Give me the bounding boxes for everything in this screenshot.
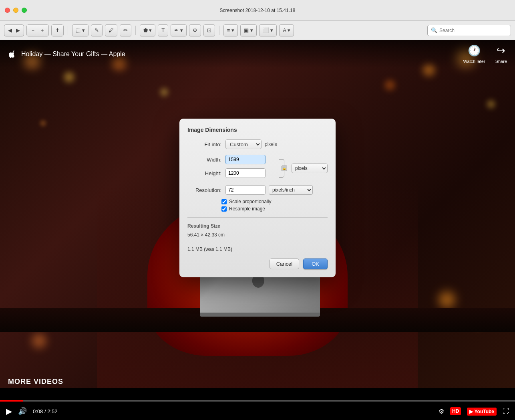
scale-proportionally-label: Scale proportionally xyxy=(229,199,271,204)
forward-button[interactable]: ▶ xyxy=(14,26,22,34)
resample-image-label: Resample image xyxy=(229,206,265,212)
fit-into-unit: pixels xyxy=(265,141,277,147)
link-bracket: 🔒 xyxy=(276,155,288,182)
cancel-button[interactable]: Cancel xyxy=(270,258,299,269)
window-title: Screenshot 2018-12-10 at 15.41.18 xyxy=(220,8,296,13)
traffic-lights xyxy=(5,8,27,13)
scale-proportionally-checkbox[interactable] xyxy=(221,199,227,204)
scale-proportionally-row: Scale proportionally xyxy=(221,199,328,204)
width-height-inputs: Width: Height: xyxy=(187,155,275,182)
resolution-label: Resolution: xyxy=(187,187,221,193)
search-icon: 🔍 xyxy=(431,27,437,33)
height-row: Height: xyxy=(187,168,275,178)
width-row: Width: xyxy=(187,155,275,164)
color-adjust-tool[interactable]: ⚙ xyxy=(189,24,201,36)
resample-image-checkbox[interactable] xyxy=(221,206,227,212)
search-input[interactable] xyxy=(439,28,507,33)
zoom-group: － ＋ xyxy=(26,24,49,36)
lines-tool[interactable]: ≡ ▾ xyxy=(223,24,238,36)
dimensions-group: Width: Height: 🔒 pixels xyxy=(187,155,328,182)
selection-tool[interactable]: ⬚ ▾ xyxy=(72,24,89,36)
width-unit-select: pixels inches cm xyxy=(288,155,328,182)
resolution-input[interactable] xyxy=(225,185,266,195)
fit-into-row: Fit into: Custom Screen Letter pixels xyxy=(187,139,328,149)
highlighter-tool[interactable]: ✏ xyxy=(120,24,131,36)
zoom-out-button[interactable]: － xyxy=(29,26,37,35)
resolution-unit-select[interactable]: pixels/inch pixels/cm xyxy=(269,185,313,195)
width-label: Width: xyxy=(187,157,221,163)
close-button[interactable] xyxy=(5,8,10,13)
resample-image-row: Resample image xyxy=(221,206,328,212)
back-button[interactable]: ◀ xyxy=(6,26,14,34)
text-tool[interactable]: T xyxy=(158,24,168,36)
ok-button[interactable]: OK xyxy=(303,258,328,269)
shapes-tool[interactable]: ⬟ ▾ xyxy=(140,24,156,36)
font-tool[interactable]: A ▾ xyxy=(279,24,294,36)
image-dimensions-dialog: Image Dimensions Fit into: Custom Screen… xyxy=(179,119,336,277)
dialog-buttons: Cancel OK xyxy=(187,258,328,269)
window-chrome: Screenshot 2018-12-10 at 15.41.18 xyxy=(0,0,515,21)
share-group: ⬆ xyxy=(51,24,64,36)
height-input[interactable] xyxy=(225,168,266,178)
resolution-row: Resolution: pixels/inch pixels/cm xyxy=(187,185,328,195)
resulting-size-value: 56.41 × 42.33 cm xyxy=(187,232,328,238)
search-box[interactable]: 🔍 xyxy=(427,25,511,36)
width-input[interactable] xyxy=(225,155,266,164)
separator-3 xyxy=(219,26,219,35)
dialog-title: Image Dimensions xyxy=(187,127,328,133)
maximize-button[interactable] xyxy=(22,8,27,13)
zoom-in-button[interactable]: ＋ xyxy=(38,26,46,35)
file-size-value: 1.1 MB (was 1.1 MB) xyxy=(187,246,328,252)
fit-into-label: Fit into: xyxy=(187,141,221,147)
modal-overlay: Image Dimensions Fit into: Custom Screen… xyxy=(0,40,515,420)
dialog-divider xyxy=(187,217,328,218)
toolbar: ◀ ▶ － ＋ ⬆ ⬚ ▾ ✎ 🖊 ✏ ⬟ ▾ T ✒ ▾ ⚙ ⊡ ≡ ▾ ▣ … xyxy=(0,21,515,40)
separator-2 xyxy=(135,26,136,35)
border2-tool[interactable]: ⬜ ▾ xyxy=(259,24,277,36)
spacer xyxy=(187,240,328,246)
border-tool[interactable]: ▣ ▾ xyxy=(240,24,257,36)
minimize-button[interactable] xyxy=(13,8,18,13)
crop-tool[interactable]: ⊡ xyxy=(203,24,215,36)
signature-tool[interactable]: ✒ ▾ xyxy=(171,24,187,36)
height-label: Height: xyxy=(187,170,221,176)
width-height-group: Width: Height: 🔒 pixels xyxy=(187,155,328,182)
separator-1 xyxy=(68,26,68,35)
dimension-unit-select[interactable]: pixels inches cm xyxy=(292,164,328,173)
fit-into-select[interactable]: Custom Screen Letter xyxy=(225,139,262,149)
nav-group: ◀ ▶ xyxy=(4,24,24,36)
resulting-size-section-label: Resulting Size xyxy=(187,223,328,229)
pen-tool[interactable]: 🖊 xyxy=(105,24,117,36)
share-toolbar-button[interactable]: ⬆ xyxy=(54,26,61,34)
tools-button[interactable]: ✎ xyxy=(91,24,103,36)
